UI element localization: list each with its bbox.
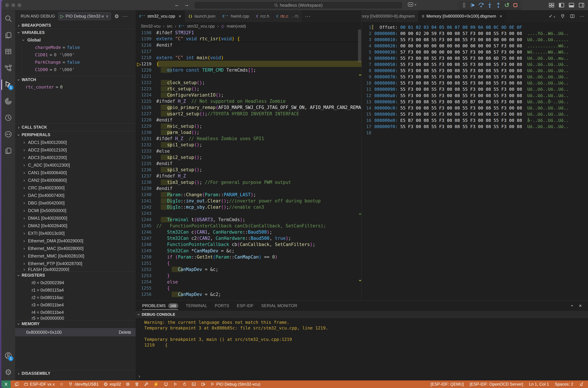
code-line-1230[interactable]: 1230 parm_load(); [136,129,361,135]
code-line-1244[interactable]: 1244 Terminal t(USART3, TermCmds); [136,217,361,223]
register-item[interactable]: r0 = 0x20002394 [15,279,136,287]
tab-rcc.h[interactable]: Crcc.h [253,10,273,22]
activity-item-settings-icon[interactable]: ⚙ [1,364,15,380]
line-number[interactable]: 1217 [136,49,156,54]
line-number[interactable]: 1226 [136,105,156,110]
line-number[interactable]: 1228 [136,117,156,122]
variables-scope-global[interactable]: ›Global [15,36,136,44]
code-line-1221[interactable]: 1221 [136,73,361,79]
section-breakpoints[interactable]: ›BREAKPOINTS [15,22,136,29]
status-item-[ESP-IDF: OpenOCD Server][interactable]: [ESP-IDF: OpenOCD Server] [470,382,523,387]
panel-tab-TERMINAL[interactable]: TERMINAL [186,301,207,311]
section-registers[interactable]: ›REGISTERS [15,271,136,279]
code-line-1253[interactable]: 1253 } [136,272,361,279]
line-number[interactable]: 1227 [136,111,156,116]
section-peripherals[interactable]: ›PERIPHERALS [15,131,136,139]
code-line-1235[interactable]: 1235#endif [136,160,361,167]
activity-item-account-icon[interactable]: 1 [1,347,15,364]
line-number[interactable]: 1244 [136,217,156,222]
variable-row[interactable]: C1D01=0 '\000' [22,51,136,59]
section-disassembly[interactable]: ›DISASSEMBLY [15,370,136,377]
panel-tab-PROBLEMS[interactable]: PROBLEMS168 [142,301,178,311]
code-line-1240[interactable]: 1240 Param::Change(Param::PARAM_LAST); [136,192,361,198]
window-minimize-button[interactable] [11,3,15,7]
line-number[interactable]: 1240 [136,192,156,197]
code-line-1229[interactable]: 1229 nvic_setup(); [136,123,361,129]
register-item[interactable]: r4 = 0x08011be4 [15,309,136,316]
line-number[interactable]: 1243 [136,211,156,216]
peripheral-item[interactable]: ›C_ADC [0x40012300] [15,161,136,169]
line-number[interactable]: 1199 [136,36,156,41]
code-line-1238[interactable]: 1238 tim3_setup(); //For general purpose… [136,179,361,185]
peripheral-item[interactable]: ›Ethernet_DMA [0x40029000] [15,237,136,245]
line-number[interactable]: 1230 [136,130,156,135]
line-number[interactable]: 1234 [136,155,156,160]
debug-console-header[interactable]: › DEBUG CONSOLE [136,311,588,318]
activity-item-explorer-icon[interactable] [1,27,15,43]
code-line-1245[interactable]: 1245// FunctionPointerCallback canCb(Can… [136,223,361,229]
register-item[interactable]: r2 = 0x080116ac [15,294,136,301]
line-number[interactable]: 1253 [136,273,156,278]
code-line-1227[interactable]: 1227 usart2_setup();//TOYOTA HYBRID INVE… [136,111,361,117]
register-item[interactable]: r1 = 0x080115a4 [15,287,136,294]
code-line-1224[interactable]: 1224 ConfigureVariantIO(); [136,92,361,98]
code-line-1199[interactable]: 1199extern "C" void rtc_isr(void) { [136,36,361,42]
console-input-prompt[interactable]: › [138,373,140,379]
debug-settings-gear-icon[interactable]: ⚙ [114,13,119,19]
code-line-1226[interactable]: 1226 gpio_primary_remap(AFIO_MAPR_SWJ_CF… [136,104,361,111]
peripheral-item[interactable]: ›CAN2 [0x40006800] [15,176,136,184]
status-item-esp32[interactable]: esp32 [103,382,121,387]
code-line-1222[interactable]: 1222 clock_setup(); [136,79,361,86]
line-number[interactable]: 1238 [136,180,156,185]
line-number[interactable]: 1222 [136,80,156,85]
peripheral-item[interactable]: ›DMA2 [0x40026400] [15,222,136,229]
code-line-1251[interactable]: 1251 { [136,260,361,266]
code-line-1236[interactable]: 1236 spi3_setup(); [136,167,361,173]
code-line-1237[interactable]: 1237#ifndef H_Z [136,173,361,179]
peripheral-item-partial[interactable]: ›FLASH [0x40022000] [15,267,136,271]
peripheral-item[interactable]: ›ADC2 [0x40012100] [15,146,136,154]
status-item[interactable] [201,382,205,387]
restart-button[interactable]: ↺ [503,2,510,9]
command-center-search[interactable]: headless (Workspace) [194,1,402,9]
line-number[interactable]: 1216 [136,43,156,48]
memory-range-item[interactable]: 0x8000000+0x100 Delete [15,328,136,336]
tab-hwinit.cpp[interactable]: C⁺⁺hwinit.cpp [219,10,253,22]
panel-tab-SERIAL MONITOR[interactable]: SERIAL MONITOR [261,301,297,311]
code-line-1239[interactable]: 1239#endif [136,185,361,192]
activity-item-testing-icon[interactable] [1,60,15,76]
copilot-icon[interactable]: ∨ [408,2,417,6]
code-line-1243[interactable]: 1243 [136,210,361,216]
tab-stm32_vcu.cpp[interactable]: C⁺⁺stm32_vcu.cpp× [136,10,185,22]
code-line-1255[interactable]: 1255 { [136,285,361,291]
toggle-left-sidebar-icon[interactable] [558,2,564,8]
step-into-button[interactable] [486,2,493,9]
step-over-button[interactable] [478,2,485,9]
select-for-compare-check-icon[interactable]: ✓∨ [549,13,555,19]
line-number[interactable]: 1237 [136,173,156,178]
close-tab-icon[interactable]: × [499,14,502,19]
peripheral-item[interactable]: ›Ethernet_MMC [0x40028100] [15,252,136,260]
code-line-1250[interactable]: 1250 if (Param::GetInt(Param::CanMapCan)… [136,254,361,260]
status-item-bell[interactable] [579,382,584,387]
code-line-1225[interactable]: 1225#ifndef H_Z // Not supported on Head… [136,98,361,104]
code-line-1249[interactable]: 1249 Stm32Can *CanMapDev = &c; [136,248,361,254]
peripheral-item[interactable]: ›Ethernet_PTP [0x40028700] [15,260,136,267]
tab-Memory [0x8000000+0x100].dbgmem[interactable]: ≡Memory [0x8000000+0x100].dbgmem× [419,10,506,22]
status-item-PIO Debug (Stm32-vcu)[interactable]: PIO Debug (Stm32-vcu) [210,382,260,387]
peripheral-item[interactable]: ›DBG [0xe0042000] [15,199,136,207]
line-number[interactable]: 1256 [136,292,156,297]
peripheral-item[interactable]: ›DMA1 [0x40026000] [15,214,136,222]
activity-item-history-icon[interactable] [1,109,15,126]
tab-rtc.c[interactable]: Crtc.c…/f1 [273,10,302,22]
line-number[interactable]: 1239 [136,186,156,191]
code-line-1246[interactable]: 1246 Stm32Can c(CAN1, CanHardware::Baud5… [136,229,361,235]
close-tab-icon[interactable]: × [179,14,181,19]
peripheral-item[interactable]: ›DAC [0x40007400] [15,192,136,199]
line-number[interactable]: 1255 [136,286,156,291]
peripheral-item[interactable]: ›ADC3 [0x40012200] [15,154,136,161]
line-number[interactable]: 1241 [136,198,156,203]
line-number[interactable]: 1221 [136,74,156,79]
watch-row[interactable]: rtc_counter=0 [15,83,136,91]
line-number[interactable]: 1249 [136,248,156,253]
